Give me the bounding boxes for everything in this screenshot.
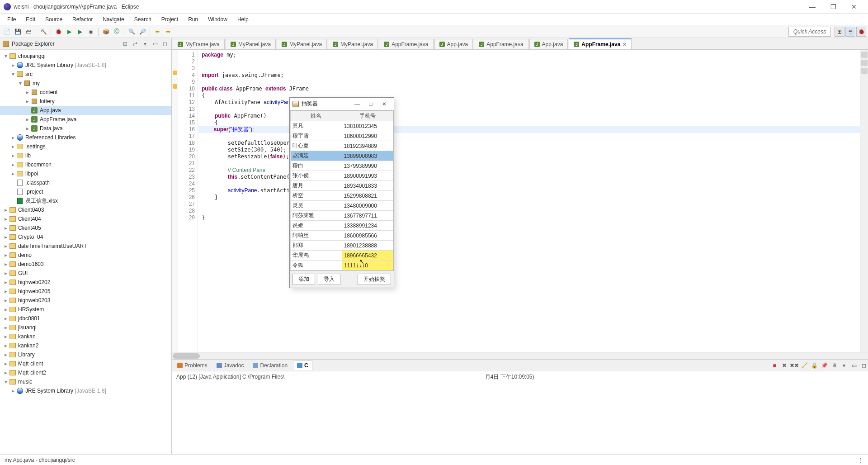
table-row[interactable]: 令狐11111110	[291, 261, 393, 270]
table-row[interactable]: 邵郑18901238888	[291, 241, 393, 251]
table-row[interactable]: 华展鸿18966665432	[291, 251, 393, 261]
table-row[interactable]: 张小侯18900091993	[291, 171, 393, 181]
tree-project[interactable]: ▸kankan	[0, 332, 171, 341]
tree-libcommon[interactable]: ▸libcommon	[0, 160, 171, 169]
warning-marker-icon[interactable]	[173, 84, 177, 89]
nav-back-button[interactable]: ⬅	[152, 27, 162, 37]
display-console-icon[interactable]: 🖥	[830, 361, 838, 370]
dialog-close-button[interactable]: ✕	[377, 100, 391, 109]
editor-tab[interactable]: JAppFrame.java	[474, 39, 528, 49]
warning-marker-icon[interactable]	[173, 71, 177, 75]
table-row[interactable]: 莫凡13810012345	[291, 121, 393, 131]
window-close-button[interactable]: ✕	[844, 0, 864, 14]
tree-project[interactable]: ▸Client0403	[0, 205, 171, 214]
new-class-button[interactable]: Ⓒ	[112, 27, 122, 37]
menu-file[interactable]: File	[3, 15, 20, 24]
tree-classpath[interactable]: .classpath	[0, 178, 171, 187]
table-row[interactable]: 穆白13799389990	[291, 161, 393, 171]
java-perspective-button[interactable]: ☕	[845, 27, 855, 37]
console-body[interactable]	[172, 383, 868, 454]
open-type-button[interactable]: 🔍	[127, 27, 137, 37]
tree-jre-music[interactable]: ▸JRE System Library[JavaSE-1.8]	[0, 386, 171, 395]
table-row[interactable]: 阿帕丝18600985566	[291, 231, 393, 241]
tab-console[interactable]: C	[293, 361, 312, 370]
tree-project[interactable]: ▸Crypto_04	[0, 232, 171, 242]
save-all-button[interactable]: 🗃	[24, 27, 33, 37]
editor-tab[interactable]: JApp.java	[529, 39, 568, 49]
tree-xlsx[interactable]: 员工信息.xlsx	[0, 196, 171, 205]
rail-icon[interactable]	[861, 68, 868, 74]
minimize-view-icon[interactable]: ▭	[151, 40, 159, 47]
nav-forward-button[interactable]: ➡	[163, 27, 173, 37]
editor-tab[interactable]: JMyFrame.java	[173, 39, 225, 49]
menu-navigate[interactable]: Navigate	[98, 15, 128, 24]
minimize-view-icon[interactable]: ▭	[850, 361, 858, 370]
table-row[interactable]: 炎姬13388991234	[291, 221, 393, 231]
tree-project[interactable]: ▸Client404	[0, 214, 171, 223]
link-editor-icon[interactable]: ⇄	[132, 40, 139, 47]
rail-icon[interactable]	[861, 60, 868, 66]
run-last-button[interactable]: ▶	[75, 27, 85, 37]
open-console-icon[interactable]: ▾	[840, 361, 848, 370]
open-perspective-button[interactable]: ⊞	[835, 27, 844, 37]
tree-project[interactable]: ▸demo1603	[0, 260, 171, 269]
tree-ref-lib[interactable]: ▸Referenced Libraries	[0, 133, 171, 142]
table-row[interactable]: 唐月18934001833	[291, 181, 393, 191]
new-package-button[interactable]: 📦	[101, 27, 111, 37]
tree-project[interactable]: ▸Mqtt-client2	[0, 368, 171, 377]
collapse-all-icon[interactable]: ⊟	[122, 40, 129, 47]
tree-pkg-my[interactable]: ▾my	[0, 79, 171, 88]
maximize-view-icon[interactable]: ◻	[860, 361, 868, 370]
tree-project[interactable]: ▸Library	[0, 350, 171, 359]
remove-launch-icon[interactable]: ✖	[780, 361, 788, 370]
editor-tab[interactable]: JApp.java	[434, 39, 473, 49]
table-row[interactable]: 穆宇雪18600012990	[291, 131, 393, 141]
maximize-view-icon[interactable]: ◻	[161, 40, 169, 47]
menu-run[interactable]: Run	[184, 15, 203, 24]
tree-project[interactable]: ▸Mqtt-client	[0, 359, 171, 368]
tree-project[interactable]: ▸jisuanqi	[0, 323, 171, 332]
table-row[interactable]: 阿莎莱雅13677897711	[291, 211, 393, 221]
editor-tab[interactable]: JAppFrame.java	[379, 39, 433, 49]
scroll-lock-icon[interactable]: 🔒	[810, 361, 818, 370]
table-row[interactable]: 赵满延13899008983	[291, 151, 393, 161]
menu-refactor[interactable]: Refactor	[68, 15, 97, 24]
start-lottery-button[interactable]: 开始抽奖	[358, 274, 391, 285]
tab-declaration[interactable]: Declaration	[249, 361, 291, 370]
table-row[interactable]: 析空15299808821	[291, 191, 393, 201]
tree-project[interactable]: ▸HRSystem	[0, 305, 171, 314]
coverage-button[interactable]: ◉	[86, 27, 96, 37]
pin-console-icon[interactable]: 📌	[820, 361, 828, 370]
editor-tab[interactable]: JMyPanel.java	[226, 39, 276, 49]
editor-tab-active[interactable]: JAppFrame.java✕	[569, 38, 632, 49]
tree-project[interactable]: ▸demo	[0, 251, 171, 260]
tree-project[interactable]: ▸highweb0203	[0, 296, 171, 305]
window-maximize-button[interactable]: ❐	[823, 0, 844, 14]
tree-project[interactable]: ▾choujiangqi	[0, 52, 171, 61]
tree-file-data[interactable]: ▸Data.java	[0, 124, 171, 133]
remove-all-icon[interactable]: ✖✖	[790, 361, 798, 370]
editor-tab[interactable]: JMyPanel.java	[328, 39, 378, 49]
menu-project[interactable]: Project	[157, 15, 183, 24]
tree-project[interactable]: ▸highweb0205	[0, 287, 171, 296]
rail-icon[interactable]	[861, 52, 868, 58]
import-button[interactable]: 导入	[318, 274, 340, 285]
tree-project[interactable]: ▸jdbc0801	[0, 314, 171, 323]
save-button[interactable]: 💾	[13, 27, 23, 37]
clear-console-icon[interactable]: 🧹	[800, 361, 808, 370]
col-name-header[interactable]: 姓名	[291, 111, 342, 121]
tree-projectfile[interactable]: .project	[0, 187, 171, 196]
table-row[interactable]: 灵灵13480009000	[291, 201, 393, 211]
menu-window[interactable]: Window	[203, 15, 232, 24]
tree-project[interactable]: ▸highweb0202	[0, 278, 171, 287]
search-button[interactable]: 🔎	[137, 27, 147, 37]
package-explorer-tree[interactable]: ▾choujiangqi ▸JRE System Library[JavaSE-…	[0, 50, 171, 454]
menu-edit[interactable]: Edit	[21, 15, 40, 24]
tree-settings[interactable]: ▸.settings	[0, 142, 171, 151]
participants-table[interactable]: 姓名 手机号 莫凡13810012345穆宇雪18600012990叶心夏181…	[290, 110, 394, 271]
tree-project[interactable]: ▸kankan2	[0, 341, 171, 350]
debug-button[interactable]: 🐞	[53, 27, 63, 37]
editor-tab[interactable]: JMyPanel.java	[277, 39, 327, 49]
dialog-minimize-button[interactable]: —	[350, 100, 364, 109]
new-button[interactable]: 📄	[2, 27, 12, 37]
